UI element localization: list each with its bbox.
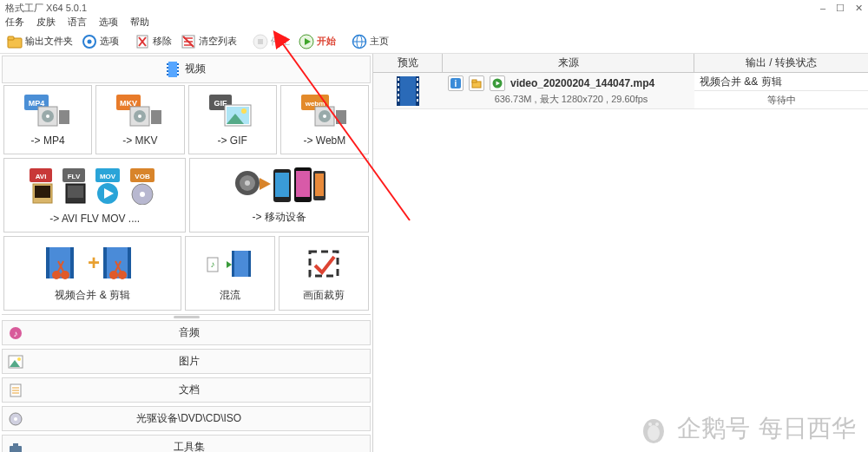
globe-icon [352, 34, 367, 49]
menu-task[interactable]: 任务 [5, 16, 24, 29]
remove-button[interactable]: 移除 [131, 32, 175, 51]
task-row[interactable]: i video_20200204_144047.mp4 636.73M , 最大… [373, 73, 868, 109]
play-small-icon [492, 78, 503, 88]
task-play-button[interactable] [490, 75, 505, 91]
folder-open-icon [471, 78, 482, 88]
menu-option[interactable]: 选项 [99, 16, 118, 29]
stop-button[interactable]: 停止 [249, 32, 293, 51]
svg-rect-109 [398, 88, 399, 91]
category-video-label: 视频 [185, 62, 206, 75]
mkv-icon: MKV [116, 95, 163, 128]
stop-label: 停止 [271, 35, 290, 48]
svg-rect-13 [258, 39, 263, 44]
col-source[interactable]: 来源 [443, 54, 694, 72]
tile-mkv[interactable]: MKV -> MKV [95, 85, 184, 154]
category-picture-label: 图片 [8, 354, 370, 369]
tile-mux-label: 混流 [220, 288, 240, 303]
svg-text:MOV: MOV [100, 173, 116, 180]
svg-rect-120 [472, 80, 477, 82]
toolbar: 输出文件夹 选项 移除 清空列表 停止 开始 主页 [0, 29, 868, 54]
app-title: 格式工厂 X64 5.0.1 [5, 2, 87, 15]
menu-bar: 任务 皮肤 语言 选项 帮助 [0, 16, 868, 29]
svg-rect-70 [46, 247, 49, 278]
start-button[interactable]: 开始 [295, 32, 339, 51]
svg-rect-111 [398, 99, 399, 102]
clear-icon [181, 34, 196, 49]
svg-point-29 [138, 115, 141, 118]
svg-rect-110 [398, 94, 399, 96]
title-bar: 格式工厂 X64 5.0.1 – ☐ ✕ [0, 0, 868, 16]
output-folder-button[interactable]: 输出文件夹 [3, 32, 76, 51]
right-panel: 预览 来源 输出 / 转换状态 i video_20200204_144047.… [373, 54, 868, 452]
tile-mkv-label: -> MKV [122, 134, 157, 147]
svg-rect-87 [232, 251, 251, 277]
svg-rect-64 [275, 173, 289, 197]
svg-rect-89 [248, 251, 251, 277]
output-folder-label: 输出文件夹 [25, 35, 73, 48]
category-picture[interactable]: 图片 [2, 349, 371, 374]
tile-mobile[interactable]: -> 移动设备 [189, 158, 369, 233]
tile-crop[interactable]: 画面裁剪 [279, 236, 369, 311]
crop-icon [305, 246, 343, 281]
category-document-label: 文档 [8, 383, 370, 397]
task-source: i video_20200204_144047.mp4 636.73M , 最大… [443, 73, 694, 108]
svg-marker-86 [220, 261, 232, 268]
tile-webm-label: -> WebM [303, 134, 345, 147]
svg-text:AVI: AVI [36, 173, 47, 180]
svg-point-61 [245, 180, 250, 186]
svg-rect-66 [296, 171, 310, 197]
window-controls: – ☐ ✕ [820, 3, 863, 14]
home-button[interactable]: 主页 [348, 32, 392, 51]
task-thumbnail [373, 73, 443, 108]
category-disc-label: 光驱设备\DVD\CD\ISO [8, 411, 370, 426]
task-info-button[interactable]: i [448, 75, 464, 91]
multi-format-icon: AVI FLV MOV VOB [30, 168, 160, 205]
options-button[interactable]: 选项 [78, 32, 122, 51]
mp4-icon: MP4 [24, 95, 71, 128]
mux-icon: ♪ [206, 246, 254, 282]
tile-gif[interactable]: GIF -> GIF [188, 85, 277, 154]
tile-join-label: 视频合并 & 剪辑 [55, 288, 130, 303]
category-document[interactable]: 文档 [2, 377, 371, 403]
close-button[interactable]: ✕ [855, 3, 863, 14]
task-meta: 636.73M , 最大 1280x720 , 29.60fps [448, 93, 694, 106]
svg-rect-78 [103, 247, 107, 278]
home-label: 主页 [370, 35, 389, 48]
task-status: 等待中 [694, 91, 868, 108]
svg-rect-71 [70, 247, 74, 278]
tile-mobile-label: -> 移动设备 [253, 210, 306, 225]
mobile-devices-icon [232, 166, 327, 206]
svg-rect-116 [417, 99, 418, 102]
task-output-mode: 视频合并 && 剪辑 [694, 73, 868, 91]
col-preview[interactable]: 预览 [373, 54, 443, 72]
category-video-header[interactable]: 视频 [2, 56, 371, 83]
clear-list-button[interactable]: 清空列表 [177, 32, 240, 51]
svg-rect-107 [398, 78, 399, 81]
svg-text:i: i [455, 79, 457, 88]
tile-join-clip[interactable]: + 视频合并 & 剪辑 [3, 236, 181, 311]
category-disc[interactable]: 光驱设备\DVD\CD\ISO [2, 406, 371, 431]
svg-text:FLV: FLV [68, 173, 81, 180]
category-toolkit[interactable]: 工具集 [2, 435, 371, 452]
menu-help[interactable]: 帮助 [130, 16, 149, 29]
category-audio[interactable]: ♪ 音频 [2, 320, 371, 345]
tile-webm[interactable]: webm -> WebM [280, 85, 369, 154]
stop-icon [253, 34, 268, 49]
minimize-button[interactable]: – [820, 3, 825, 14]
svg-rect-108 [398, 83, 399, 86]
tile-gif-label: -> GIF [217, 134, 247, 147]
col-output[interactable]: 输出 / 转换状态 [694, 54, 868, 72]
task-folder-button[interactable] [469, 75, 484, 91]
maximize-button[interactable]: ☐ [836, 3, 845, 14]
options-label: 选项 [100, 35, 119, 48]
svg-point-36 [241, 108, 247, 114]
tile-avi-flv-mov[interactable]: AVI FLV MOV VOB -> AVI FLV MOV .... [3, 158, 186, 233]
gear-icon [82, 34, 97, 49]
menu-language[interactable]: 语言 [68, 16, 87, 29]
tile-crop-label: 画面裁剪 [303, 288, 345, 303]
menu-skin[interactable]: 皮肤 [36, 16, 56, 29]
svg-rect-42 [336, 110, 346, 124]
tile-mux[interactable]: ♪ 混流 [185, 236, 275, 311]
tile-mp4-label: -> MP4 [31, 134, 65, 147]
tile-mp4[interactable]: MP4 -> MP4 [3, 85, 92, 154]
